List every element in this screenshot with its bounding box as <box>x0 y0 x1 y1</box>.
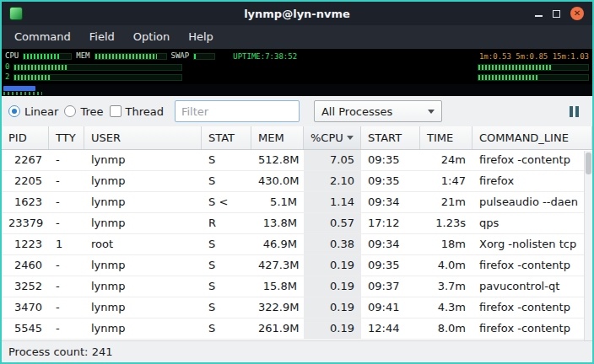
cell-cpu: 0.19 <box>304 276 361 297</box>
cell-pid: 2267 <box>2 150 49 170</box>
column-header-label: USER <box>91 131 121 144</box>
graph-selection-chip <box>3 86 35 91</box>
statusbar: Process count: 241 <box>2 340 592 362</box>
column-header-user[interactable]: USER <box>84 126 202 149</box>
menu-field[interactable]: Field <box>80 25 124 49</box>
cell-user: lynmp <box>84 171 202 191</box>
titlebar[interactable]: lynmp@lyn-nvme ✕ <box>2 2 592 25</box>
cell-pid: 5545 <box>2 318 49 339</box>
sort-desc-icon <box>347 136 354 140</box>
cell-stat: S <box>202 171 251 191</box>
graph-tick-marks <box>3 92 42 95</box>
pause-button[interactable] <box>566 103 582 120</box>
pause-icon <box>570 106 573 117</box>
column-header-stat[interactable]: STAT <box>202 126 251 149</box>
cell-mem: 427.3M <box>251 255 304 276</box>
maximize-button[interactable] <box>553 10 560 18</box>
column-header-cmd[interactable]: COMMAND_LINE <box>472 126 592 149</box>
menubar: Command Field Option Help <box>2 25 592 49</box>
tree-radio-label: Tree <box>80 105 103 118</box>
table-row[interactable]: 2267-lynmpS512.8M7.0509:3524mfirefox -co… <box>2 150 592 171</box>
column-header-label: MEM <box>258 131 284 144</box>
table-row[interactable]: 3252-lynmpS15.8M0.1909:373.7mpavucontrol… <box>2 276 592 297</box>
cell-stat: S <box>202 297 251 318</box>
window-title: lynmp@lyn-nvme <box>2 8 592 20</box>
table-row[interactable]: 23379-lynmpR13.8M0.5717:121.23sqps <box>2 213 592 234</box>
filter-input[interactable] <box>175 100 300 122</box>
column-header-mem[interactable]: MEM <box>251 126 304 149</box>
cpu-meter <box>23 53 72 60</box>
cell-mem: 322.9M <box>251 297 304 318</box>
cell-cmd: firefox -contentp <box>472 297 592 318</box>
cell-stat: R <box>202 213 251 233</box>
cell-time: 18m <box>420 234 472 254</box>
cell-stat: S <box>202 276 251 297</box>
table-row[interactable]: 2205-lynmpS430.0M2.1009:351:47firefox <box>2 171 592 192</box>
cell-start: 17:12 <box>361 213 420 233</box>
cell-time: 21m <box>420 192 472 212</box>
core3-meter <box>478 74 589 81</box>
column-header-start[interactable]: START <box>361 126 420 149</box>
table-row[interactable]: 2460-lynmpS427.3M0.1909:354.0mfirefox -c… <box>2 255 592 276</box>
process-count-text: Process count: 241 <box>8 345 112 358</box>
cell-mem: 5.1M <box>251 192 304 212</box>
cell-start: 09:34 <box>361 234 420 254</box>
cell-tty: - <box>49 192 84 212</box>
cell-user: lynmp <box>84 150 202 170</box>
cell-cmd: Xorg -nolisten tcp <box>472 234 592 254</box>
load-average-text: 1m:0.53 5m:0.85 15m:1.03 <box>479 52 589 61</box>
table-row[interactable]: 5545-lynmpS261.9M0.1912:448.0mfirefox -c… <box>2 318 592 340</box>
radio-selected-icon <box>8 105 20 117</box>
tree-radio[interactable]: Tree <box>64 105 103 118</box>
cell-start: 12:44 <box>361 318 420 339</box>
linear-radio[interactable]: Linear <box>8 105 58 118</box>
scrollbar-thumb[interactable] <box>586 153 591 174</box>
cell-cpu: 2.10 <box>304 171 361 191</box>
cell-user: lynmp <box>84 276 202 297</box>
column-header-label: TTY <box>56 131 76 144</box>
cell-user: root <box>84 234 202 254</box>
column-header-label: COMMAND_LINE <box>479 131 569 144</box>
cell-user: lynmp <box>84 255 202 276</box>
chevron-down-icon <box>428 110 435 114</box>
cell-pid: 1223 <box>2 234 49 254</box>
cell-cpu: 0.19 <box>304 297 361 318</box>
menu-command[interactable]: Command <box>5 25 80 49</box>
system-monitor: CPU MEM SWAP UPTIME:7:38:52 1m:0.53 5m:0… <box>2 49 592 96</box>
vertical-scrollbar[interactable] <box>584 151 592 340</box>
table-row[interactable]: 12231rootS46.9M0.3809:3418mXorg -noliste… <box>2 234 592 255</box>
cell-time: 1:47 <box>420 171 472 191</box>
swap-meter-label: SWAP <box>171 52 190 60</box>
menu-help[interactable]: Help <box>179 25 223 49</box>
menu-option[interactable]: Option <box>124 25 179 49</box>
column-header-tty[interactable]: TTY <box>49 126 84 149</box>
cell-start: 09:37 <box>361 276 420 297</box>
column-header-cpu[interactable]: %CPU <box>304 126 361 149</box>
radio-unselected-icon <box>64 105 76 117</box>
cell-user: lynmp <box>84 318 202 339</box>
minimize-button[interactable] <box>535 15 543 17</box>
thread-checkbox[interactable]: Thread <box>110 105 164 118</box>
cell-pid: 2205 <box>2 171 49 191</box>
cell-cpu: 0.19 <box>304 255 361 276</box>
monitor-graph-strip <box>2 84 592 96</box>
table-row[interactable]: 1623-lynmpS <5.1M1.1409:3421mpulseaudio … <box>2 192 592 213</box>
process-filter-dropdown[interactable]: All Processes <box>314 100 442 122</box>
cell-tty: - <box>49 213 84 233</box>
cell-stat: S < <box>202 192 251 212</box>
column-header-pid[interactable]: PID <box>2 126 49 149</box>
cell-cmd: qps <box>472 213 592 233</box>
checkbox-icon <box>110 105 122 117</box>
toolbar: Linear Tree Thread All Processes <box>2 96 592 126</box>
cell-stat: S <box>202 255 251 276</box>
cell-tty: - <box>49 276 84 297</box>
table-row[interactable]: 3470-lynmpS322.9M0.1909:414.3mfirefox -c… <box>2 297 592 318</box>
close-button[interactable]: ✕ <box>570 7 584 20</box>
thread-checkbox-label: Thread <box>126 105 164 118</box>
cell-cpu: 0.38 <box>304 234 361 254</box>
process-filter-value: All Processes <box>321 105 392 118</box>
column-header-time[interactable]: TIME <box>420 126 472 149</box>
cell-cpu: 7.05 <box>304 150 361 170</box>
cpu-meter-label: CPU <box>5 52 19 60</box>
cell-pid: 2460 <box>2 255 49 276</box>
